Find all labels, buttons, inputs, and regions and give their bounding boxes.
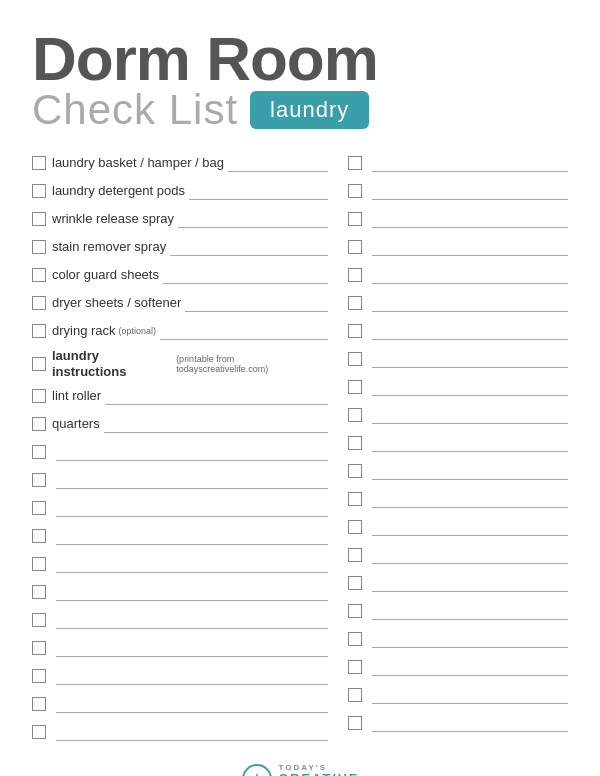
blank-line (56, 712, 328, 713)
checkbox[interactable] (32, 296, 46, 310)
blank-row (348, 572, 568, 594)
item-underline (104, 432, 328, 433)
checkbox[interactable] (32, 613, 46, 627)
laundry-badge: laundry (250, 91, 369, 129)
checkbox[interactable] (32, 417, 46, 431)
checkbox[interactable] (32, 324, 46, 338)
item-label: wrinkle release spray (52, 211, 174, 227)
checkbox[interactable] (32, 529, 46, 543)
checkbox[interactable] (348, 716, 362, 730)
checkbox[interactable] (348, 548, 362, 562)
blank-line (372, 507, 568, 508)
checkbox[interactable] (32, 156, 46, 170)
checkbox[interactable] (348, 240, 362, 254)
checkbox[interactable] (32, 473, 46, 487)
checkbox[interactable] (348, 576, 362, 590)
checkbox[interactable] (348, 436, 362, 450)
blank-row (348, 488, 568, 510)
list-item: laundry basket / hamper / bag (32, 152, 328, 174)
blank-line (372, 255, 568, 256)
checkbox[interactable] (348, 212, 362, 226)
blank-line (56, 544, 328, 545)
checkbox[interactable] (32, 641, 46, 655)
blank-row (32, 637, 328, 659)
checkbox[interactable] (348, 632, 362, 646)
checkbox[interactable] (348, 156, 362, 170)
item-underline (160, 339, 328, 340)
checkbox[interactable] (32, 501, 46, 515)
blank-row (32, 665, 328, 687)
item-underline (228, 171, 328, 172)
checkbox[interactable] (348, 604, 362, 618)
blank-row (32, 441, 328, 463)
item-note: (printable from todayscreativelife.com) (176, 354, 324, 374)
item-label: laundry detergent pods (52, 183, 185, 199)
checkbox[interactable] (348, 324, 362, 338)
blank-line (372, 395, 568, 396)
checkbox[interactable] (348, 492, 362, 506)
svg-text:t: t (254, 771, 259, 776)
checkbox[interactable] (348, 296, 362, 310)
checkbox[interactable] (348, 464, 362, 478)
checkbox[interactable] (348, 184, 362, 198)
blank-line (372, 535, 568, 536)
blank-row (32, 609, 328, 631)
title-line2: Check List (32, 86, 238, 134)
blank-line (56, 460, 328, 461)
checkbox[interactable] (348, 408, 362, 422)
blank-line (56, 600, 328, 601)
item-underline (163, 283, 328, 284)
item-label: color guard sheets (52, 267, 159, 283)
checkbox[interactable] (32, 697, 46, 711)
item-underline (170, 255, 328, 256)
item-label: lint roller (52, 388, 101, 404)
checkbox[interactable] (348, 520, 362, 534)
blank-row (348, 208, 568, 230)
blank-row (348, 432, 568, 454)
checkbox[interactable] (348, 268, 362, 282)
checklist-area: laundry basket / hamper / bag laundry de… (32, 152, 568, 749)
checkbox[interactable] (32, 268, 46, 282)
checkbox[interactable] (32, 557, 46, 571)
checkbox[interactable] (32, 585, 46, 599)
list-item: laundry detergent pods (32, 180, 328, 202)
checkbox[interactable] (348, 688, 362, 702)
list-item: drying rack (optional) (32, 320, 328, 342)
item-label: laundry basket / hamper / bag (52, 155, 224, 171)
blank-row (348, 292, 568, 314)
checkbox[interactable] (32, 240, 46, 254)
blank-row (32, 553, 328, 575)
item-label: drying rack (52, 323, 116, 339)
checkbox[interactable] (32, 389, 46, 403)
item-underline (178, 227, 328, 228)
checkbox[interactable] (32, 725, 46, 739)
blank-line (372, 283, 568, 284)
checkbox[interactable] (348, 352, 362, 366)
blank-line (56, 488, 328, 489)
checkbox[interactable] (32, 669, 46, 683)
checkbox[interactable] (32, 357, 46, 371)
blank-row (348, 544, 568, 566)
col-left: laundry basket / hamper / bag laundry de… (32, 152, 328, 749)
checkbox[interactable] (32, 445, 46, 459)
blank-line (372, 451, 568, 452)
header: Dorm Room Check List laundry (32, 28, 568, 134)
item-underline (105, 404, 328, 405)
blank-line (372, 479, 568, 480)
blank-line (372, 367, 568, 368)
checkbox[interactable] (348, 660, 362, 674)
item-label: laundry instructions (52, 348, 173, 379)
item-label: quarters (52, 416, 100, 432)
item-underline (185, 311, 328, 312)
checkbox[interactable] (32, 212, 46, 226)
blank-row (32, 469, 328, 491)
list-item: stain remover spray (32, 236, 328, 258)
checkbox[interactable] (32, 184, 46, 198)
list-item: color guard sheets (32, 264, 328, 286)
blank-line (372, 619, 568, 620)
col-right (348, 152, 568, 749)
checkbox[interactable] (348, 380, 362, 394)
blank-line (372, 227, 568, 228)
blank-row (348, 600, 568, 622)
item-note: (optional) (119, 326, 157, 336)
